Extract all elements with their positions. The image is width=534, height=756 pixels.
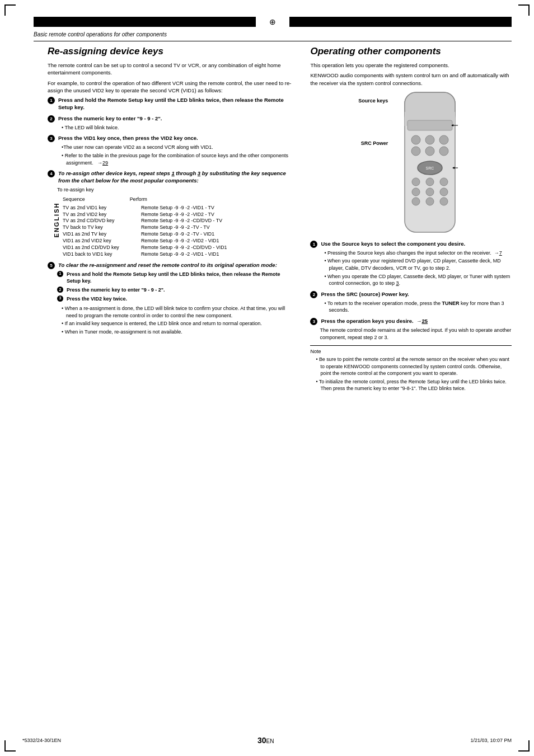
seq-left: VID1 as 2nd VID2 key [63,238,135,245]
remote-container: Source keys SRC Power [310,90,512,235]
svg-point-7 [411,147,420,156]
seq-right: Remote Setup -9 -9 -2 -CD/DVD - VID1 [141,245,293,251]
table-row: VID1 as 2nd VID2 key Remote Setup -9 -9 … [63,238,293,245]
r-step-3-note: The remote control mode remains at the s… [320,327,512,341]
r-step-2: 2 Press the SRC (source) Power key. • To… [310,291,512,314]
step-2-content: • The LED will blink twice. [57,124,293,132]
r-step-1-title: Use the Source keys to select the compon… [321,241,465,248]
step-5-title: To clear the re-assignment and reset the… [58,262,277,269]
left-intro2: For example, to control the operation of… [48,79,293,95]
right-column: Operating other components This operatio… [310,46,512,394]
sub-step-5-3-text: Press the VID2 key twice. [67,295,127,303]
left-column: Re-assigning device keys The remote cont… [48,46,293,394]
r-step-1-num: 1 [310,241,317,248]
seq-left: TV as 2nd VID1 key [63,205,135,212]
svg-rect-3 [407,120,452,130]
svg-point-12 [412,178,420,186]
table-row: VID1 as 2nd TV key Remote Setup -9 -9 -2… [63,231,293,238]
svg-point-20 [440,198,448,205]
step-4-num: 4 [48,170,55,177]
page-number: 30 [257,736,266,745]
step-5-header: 5 To clear the re-assignment and reset t… [48,262,293,269]
page-content: ENGLISH Re-assigning device keys The rem… [34,46,512,394]
corner-br [518,740,530,752]
seq-right: Remote Setup -9 -9 -2 -VID2 - VID1 [141,238,293,245]
step-5-bullet-2: • If an invalid key sequence is entered,… [62,320,293,327]
r-step-3-header: 3 Press the operation keys you desire. →… [310,318,512,325]
left-title: Re-assigning device keys [48,46,293,57]
r-step-1: 1 Use the Source keys to select the comp… [310,241,512,287]
sub-step-5-2-num: 2 [57,287,63,293]
sub-step-5-3-num: 3 [57,295,63,302]
seq-right: Remote Setup -9 -9 -2 -VID1 - TV [141,205,293,212]
section-divider [34,41,512,41]
step-3-header: 3 Press the VID1 key once, then press th… [48,135,293,142]
source-keys-label: Source keys [358,98,388,104]
seq-left: TV as 2nd CD/DVD key [63,218,135,224]
corner-tl [4,4,16,16]
step-5-content: 1 Press and hold the Remote Setup key un… [57,271,293,336]
step-5-bullet-3: • When in Tuner mode, re-assignment is n… [62,328,293,336]
table-row: VID1 back to VID1 key Remote Setup -9 -9… [63,251,293,258]
step-1-num: 1 [48,97,55,104]
r-step-1-content: • Pressing the Source keys also changes … [320,250,512,287]
svg-point-16 [426,188,434,196]
bottom-left-text: *5332/24-30/1EN [22,738,61,743]
svg-point-5 [425,135,434,144]
left-intro1: The remote control can be set up to cont… [48,62,293,77]
svg-point-14 [440,178,448,186]
remote-labels: Source keys SRC Power [358,90,388,146]
src-power-label: SRC Power [361,140,388,146]
seq-right: Remote Setup -9 -9 -2 -TV - VID1 [141,231,293,238]
sidebar-label: ENGLISH [53,202,60,237]
step-1: 1 Press and hold the Remote Setup key un… [48,97,293,111]
sub-step-5-1: 1 Press and hold the Remote Setup key un… [57,271,293,285]
svg-point-19 [426,198,434,205]
step-3-num: 3 [48,135,55,142]
step-2-title: Press the numeric key to enter "9 - 9 - … [58,115,162,123]
step-4-title: To re-assign other device keys, repeat s… [58,170,293,185]
remote-svg: SRC [396,90,463,235]
corner-bl [4,740,16,752]
r-step-2-bullet-1: • To return to the receiver operation mo… [324,300,512,314]
table-row: TV as 2nd CD/DVD key Remote Setup -9 -9 … [63,218,293,224]
seq-right: Remote Setup -9 -9 -2 -TV - TV [141,224,293,231]
bottom-bar: *5332/24-30/1EN 30EN 1/21/03, 10:07 PM [22,736,512,745]
seq-left: VID1 back to VID1 key [63,251,135,258]
table-headers: Sequence Perform [63,196,293,203]
bottom-center-text: 30EN [257,736,274,745]
step-3-title: Press the VID1 key once, then press the … [58,135,198,142]
r-step-1-bullet-2: • When you operate your registered DVD p… [324,257,512,271]
svg-point-4 [411,135,420,144]
table-row: TV as 2nd VID2 key Remote Setup -9 -9 -2… [63,212,293,218]
page-number-suffix: EN [266,738,274,744]
header-sequence: Sequence [63,196,85,203]
r-step-1-bullet-1: • Pressing the Source keys also changes … [324,250,512,257]
two-column-layout: Re-assigning device keys The remote cont… [48,46,512,394]
header-perform: Perform [130,196,147,203]
note-label: Note [310,349,512,354]
table-row: TV as 2nd VID1 key Remote Setup -9 -9 -2… [63,205,293,212]
step-2-bullet-1: • The LED will blink twice. [62,124,293,132]
r-step-3-num: 3 [310,318,317,325]
step-4-sub: To re-assign key [57,186,293,194]
step-2-num: 2 [48,115,55,123]
r-step-3: 3 Press the operation keys you desire. →… [310,318,512,341]
svg-point-9 [439,147,448,156]
step-3-bullet-2: • Refer to the table in the previous pag… [62,152,293,166]
seq-right: Remote Setup -9 -9 -2 -CD/DVD - TV [141,218,293,224]
step-4: 4 To re-assign other device keys, repeat… [48,170,293,258]
r-step-2-header: 2 Press the SRC (source) Power key. [310,291,512,298]
page-outer: ⊕ Basic remote control operations for ot… [0,0,534,756]
source-keys-text: Source keys [358,98,388,104]
step-5: 5 To clear the re-assignment and reset t… [48,262,293,336]
svg-point-18 [412,198,420,205]
sequence-table: Sequence Perform TV as 2nd VID1 key Remo… [63,196,293,257]
note-bullet-1: • Be sure to point the remote control at… [316,356,512,377]
sub-step-5-1-text: Press and hold the Remote Setup key unti… [67,271,293,285]
step-1-header: 1 Press and hold the Remote Setup key un… [48,97,293,111]
seq-left: TV as 2nd VID2 key [63,212,135,218]
top-bar-left [34,17,256,27]
r-step-2-num: 2 [310,291,317,298]
section-heading: Basic remote control operations for othe… [34,31,512,37]
